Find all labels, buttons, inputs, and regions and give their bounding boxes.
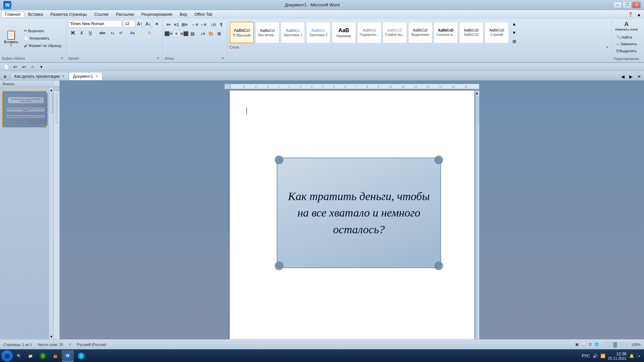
justify-button[interactable]: ▤ bbox=[189, 30, 196, 37]
style-subtle-em[interactable]: AaBbCcD Слабое вы... bbox=[383, 22, 407, 43]
multilevel-button[interactable]: ⊞≡ bbox=[181, 21, 188, 28]
page[interactable]: Как тратить деньги, чтобы на все хватало… bbox=[230, 90, 474, 339]
page-scroll-thumb[interactable] bbox=[475, 96, 479, 123]
copy-button[interactable]: 📄 Копировать bbox=[21, 35, 64, 42]
strikethrough-button[interactable]: abc bbox=[97, 30, 108, 36]
sidebar-scroll-thumb[interactable] bbox=[49, 93, 53, 113]
style-strong[interactable]: AaBbCcD Сильное в... bbox=[434, 22, 458, 43]
tab-document1[interactable]: Документ1 ✕ bbox=[69, 72, 102, 80]
view-web-button[interactable]: 🌐 bbox=[594, 342, 599, 347]
undo-bar-button[interactable]: ↩ bbox=[11, 63, 19, 71]
clipboard-expand-button[interactable]: ↗ bbox=[59, 56, 64, 61]
language[interactable]: Русский (Россия) bbox=[77, 343, 106, 347]
shading-button[interactable]: 🎨 bbox=[207, 30, 215, 37]
italic-button[interactable]: К bbox=[78, 29, 86, 37]
taskbar-show-desktop[interactable]: ▪ bbox=[637, 354, 640, 358]
taskbar-search[interactable]: 🔍 bbox=[14, 350, 24, 362]
zoom-thumb[interactable] bbox=[613, 342, 617, 348]
style-subtitle[interactable]: AaBbCcI Подзаголо... bbox=[357, 22, 381, 43]
undo-arrow-button[interactable]: ↩ bbox=[20, 63, 28, 71]
menu-review[interactable]: Рецензирование bbox=[138, 11, 176, 17]
format-painter-button[interactable]: 🖌 Формат по образцу bbox=[21, 42, 64, 49]
tab-document1-close[interactable]: ✕ bbox=[95, 74, 98, 78]
tab-presentation-close[interactable]: ✕ bbox=[62, 74, 64, 78]
tabs-menu-button[interactable]: ⊞ bbox=[1, 73, 9, 80]
close-button[interactable]: ✕ bbox=[632, 2, 641, 8]
taskbar-xbox[interactable]: X bbox=[37, 350, 49, 362]
styles-scroll-up[interactable]: ▲ bbox=[511, 20, 518, 27]
paste-chevron[interactable]: ▼ bbox=[10, 44, 12, 47]
sidebar-scrollbar[interactable]: ▲ ▼ bbox=[49, 87, 53, 339]
taskbar-clock[interactable]: 12:36 25.11.2021 bbox=[608, 352, 627, 360]
font-size-input[interactable] bbox=[123, 20, 135, 27]
styles-scroll-down[interactable]: ▼ bbox=[511, 29, 518, 36]
align-center-button[interactable]: ≡ bbox=[173, 30, 180, 37]
sidebar-scroll-up[interactable]: ▲ bbox=[49, 87, 53, 93]
view-normal-button[interactable]: ▣ bbox=[575, 342, 579, 347]
view-layout-button[interactable]: ⊡ bbox=[589, 342, 592, 347]
show-marks-button[interactable]: ¶ bbox=[218, 21, 225, 28]
style-title[interactable]: АаВ Название bbox=[332, 22, 356, 43]
text-effects-button[interactable]: Aa bbox=[128, 30, 137, 36]
page-scrollbar-v[interactable]: ▲ ▼ bbox=[474, 90, 479, 339]
help-button[interactable]: ❓ bbox=[627, 11, 634, 18]
style-emphasis[interactable]: AaBbCcD Выделение bbox=[408, 22, 432, 43]
font-name-input[interactable] bbox=[68, 20, 122, 27]
change-styles-button[interactable]: A Изменить стили bbox=[614, 20, 639, 32]
bar-extra-button[interactable]: ▾ bbox=[38, 63, 45, 71]
align-right-button[interactable]: ≡⬛ bbox=[181, 30, 188, 37]
clear-format-button[interactable]: ✕ bbox=[153, 20, 160, 27]
find-button[interactable]: 🔍Найти bbox=[614, 34, 639, 40]
page-scroll-up[interactable]: ▲ bbox=[475, 90, 479, 96]
bold-button[interactable]: Ж bbox=[68, 29, 77, 37]
tab-close-all-button[interactable]: ✕ bbox=[635, 73, 643, 80]
menu-mailings[interactable]: Рассылки bbox=[112, 11, 137, 17]
font-color-bar-button[interactable]: A bbox=[29, 63, 36, 71]
taskbar-notification[interactable]: 🔔 bbox=[629, 354, 634, 358]
subscript-button[interactable]: x₂ bbox=[108, 30, 116, 36]
taskbar-file-manager[interactable]: 📁 bbox=[25, 350, 36, 362]
cut-button[interactable]: ✂ Вырезать bbox=[21, 27, 64, 34]
start-button[interactable]: ⊞ bbox=[1, 350, 13, 362]
align-left-button[interactable]: ⬛≡ bbox=[165, 30, 172, 37]
replace-button[interactable]: ↔Заменить bbox=[614, 41, 639, 47]
minimize-ribbon-button[interactable]: ▲ bbox=[635, 11, 643, 18]
menu-references[interactable]: Ссылки bbox=[91, 11, 112, 17]
tab-presentation[interactable]: Как делать презентации ✕ bbox=[10, 72, 69, 80]
decrease-indent-button[interactable]: ←≡ bbox=[191, 21, 199, 28]
shrink-font-button[interactable]: A↓ bbox=[145, 20, 152, 27]
grow-font-button[interactable]: A↑ bbox=[136, 20, 144, 27]
highlight-color-button[interactable]: A bbox=[138, 29, 145, 37]
bullets-button[interactable]: ≡• bbox=[165, 21, 172, 28]
taskbar-skype[interactable]: S bbox=[75, 350, 87, 362]
select-button[interactable]: ⊡Выделить bbox=[614, 48, 639, 54]
tab-prev-button[interactable]: ◀ bbox=[619, 73, 627, 80]
borders-button[interactable]: ⊞ bbox=[215, 30, 223, 37]
thumbnail-1[interactable]: Как тратить деньги, чтобы на все хватало… bbox=[2, 91, 47, 128]
style-strict[interactable]: AaBbCcD Строгий bbox=[485, 22, 509, 43]
numbering-button[interactable]: ≡1 bbox=[173, 21, 180, 28]
doc-new-button[interactable]: 📄 bbox=[3, 63, 10, 71]
paragraph-expand-button[interactable]: ↗ bbox=[220, 56, 225, 61]
taskbar-volume-icon[interactable]: 🔊 bbox=[593, 354, 598, 358]
styles-more[interactable]: ⊞ bbox=[511, 38, 518, 45]
style-heading2[interactable]: AaBbCc Заголовок 2 bbox=[306, 22, 330, 43]
increase-indent-button[interactable]: →≡ bbox=[199, 21, 207, 28]
styles-expand-button[interactable]: ↗ bbox=[605, 45, 609, 50]
line-spacing-button[interactable]: ↕≡ bbox=[199, 30, 207, 37]
style-heading1[interactable]: AaBbCc Заголовок 1 bbox=[281, 22, 305, 43]
restore-button[interactable]: ❐ bbox=[623, 2, 631, 8]
underline-button[interactable]: Ч bbox=[86, 29, 94, 37]
menu-page-layout[interactable]: Разметка страницы bbox=[47, 11, 90, 17]
document-area[interactable]: -3-2-1|12345678910111213141516 bbox=[60, 80, 644, 339]
minimize-button[interactable]: ─ bbox=[613, 2, 622, 8]
sidebar-scroll-down[interactable]: ▼ bbox=[49, 334, 53, 339]
zoom-slider[interactable] bbox=[602, 343, 629, 347]
style-book-title[interactable]: AaBbCcD AaBbCcD bbox=[459, 22, 483, 43]
tab-next-button[interactable]: ▶ bbox=[627, 73, 635, 80]
menu-view[interactable]: Вид bbox=[176, 11, 191, 17]
menu-office-tab[interactable]: Office Tab bbox=[191, 11, 216, 17]
style-normal[interactable]: AaBbCcI ¶ Обычный bbox=[230, 22, 254, 43]
menu-insert[interactable]: Вставка bbox=[25, 11, 47, 17]
paste-button[interactable]: 📋 Вставить ▼ bbox=[2, 28, 20, 48]
